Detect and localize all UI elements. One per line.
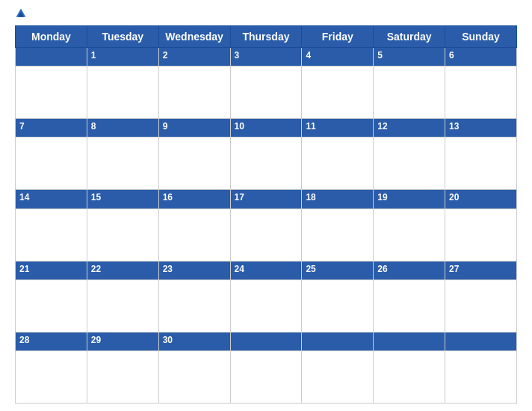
day-cell — [87, 67, 158, 119]
week-label-cell: 0 — [302, 332, 374, 350]
week-label-cell: 25 — [302, 261, 374, 279]
day-cell — [302, 137, 374, 190]
day-cell — [445, 208, 517, 261]
week-label-cell: 0 — [374, 332, 445, 350]
day-cell — [374, 137, 445, 190]
week-label-cell: 22 — [87, 261, 158, 279]
day-cell — [445, 67, 517, 119]
day-cell — [16, 208, 87, 261]
week-label-row-0: 0123456 — [16, 48, 517, 67]
week-label-cell: 29 — [87, 332, 158, 350]
week-label-cell: 5 — [374, 48, 445, 67]
week-label-cell: 12 — [374, 119, 445, 137]
week-label-cell: 0 — [16, 48, 87, 67]
week-label-cell: 20 — [445, 190, 517, 208]
day-cell — [16, 137, 87, 190]
weekday-header-thursday: Thursday — [230, 26, 302, 48]
week-label-cell: 11 — [302, 119, 374, 137]
weekday-header-row: MondayTuesdayWednesdayThursdayFridaySatu… — [16, 26, 517, 48]
day-cell — [16, 279, 87, 332]
weekday-header-saturday: Saturday — [374, 26, 445, 48]
week-label-cell: 2 — [158, 48, 230, 67]
week-label-cell: 28 — [16, 332, 87, 350]
week-label-cell: 0 — [445, 332, 517, 350]
calendar-table: MondayTuesdayWednesdayThursdayFridaySatu… — [15, 25, 517, 404]
day-cell — [87, 208, 158, 261]
day-cell — [302, 279, 374, 332]
week-label-cell: 13 — [445, 119, 517, 137]
day-cell — [230, 351, 302, 404]
day-cell — [445, 351, 517, 404]
day-cell — [230, 208, 302, 261]
week-label-cell: 4 — [302, 48, 374, 67]
weekday-header-sunday: Sunday — [445, 26, 517, 48]
week-label-cell: 6 — [445, 48, 517, 67]
week-label-row-2: 14151617181920 — [16, 190, 517, 208]
week-label-cell: 24 — [230, 261, 302, 279]
week-content-row-0 — [16, 67, 517, 119]
week-label-row-1: 78910111213 — [16, 119, 517, 137]
day-cell — [374, 67, 445, 119]
day-cell — [87, 351, 158, 404]
week-label-cell: 15 — [87, 190, 158, 208]
logo-blue — [15, 7, 28, 19]
day-cell — [374, 208, 445, 261]
day-cell — [87, 279, 158, 332]
day-cell — [158, 208, 230, 261]
week-label-cell: 30 — [158, 332, 230, 350]
week-label-cell: 8 — [87, 119, 158, 137]
day-cell — [158, 67, 230, 119]
week-label-cell: 14 — [16, 190, 87, 208]
week-label-row-3: 21222324252627 — [16, 261, 517, 279]
calendar-header — [15, 7, 517, 19]
day-cell — [302, 208, 374, 261]
week-label-cell: 1 — [87, 48, 158, 67]
day-cell — [158, 137, 230, 190]
weekday-header-tuesday: Tuesday — [87, 26, 158, 48]
week-label-cell: 0 — [230, 332, 302, 350]
day-cell — [302, 351, 374, 404]
week-label-cell: 18 — [302, 190, 374, 208]
logo-icon — [15, 7, 27, 19]
week-label-cell: 17 — [230, 190, 302, 208]
weekday-header-wednesday: Wednesday — [158, 26, 230, 48]
week-label-row-4: 2829300000 — [16, 332, 517, 350]
week-label-cell: 27 — [445, 261, 517, 279]
week-content-row-1 — [16, 137, 517, 190]
day-cell — [374, 351, 445, 404]
week-label-cell: 19 — [374, 190, 445, 208]
week-content-row-4 — [16, 351, 517, 404]
week-label-cell: 23 — [158, 261, 230, 279]
day-cell — [158, 279, 230, 332]
weekday-header-monday: Monday — [16, 26, 87, 48]
day-cell — [230, 279, 302, 332]
week-label-cell: 21 — [16, 261, 87, 279]
week-label-cell: 26 — [374, 261, 445, 279]
day-cell — [87, 137, 158, 190]
day-cell — [230, 137, 302, 190]
day-cell — [158, 351, 230, 404]
week-content-row-3 — [16, 279, 517, 332]
logo — [15, 7, 28, 19]
weekday-header-friday: Friday — [302, 26, 374, 48]
day-cell — [16, 67, 87, 119]
week-label-cell: 9 — [158, 119, 230, 137]
week-label-cell: 16 — [158, 190, 230, 208]
day-cell — [445, 137, 517, 190]
day-cell — [445, 279, 517, 332]
week-label-cell: 3 — [230, 48, 302, 67]
day-cell — [230, 67, 302, 119]
week-label-cell: 7 — [16, 119, 87, 137]
day-cell — [302, 67, 374, 119]
week-label-cell: 10 — [230, 119, 302, 137]
week-content-row-2 — [16, 208, 517, 261]
day-cell — [374, 279, 445, 332]
day-cell — [16, 351, 87, 404]
